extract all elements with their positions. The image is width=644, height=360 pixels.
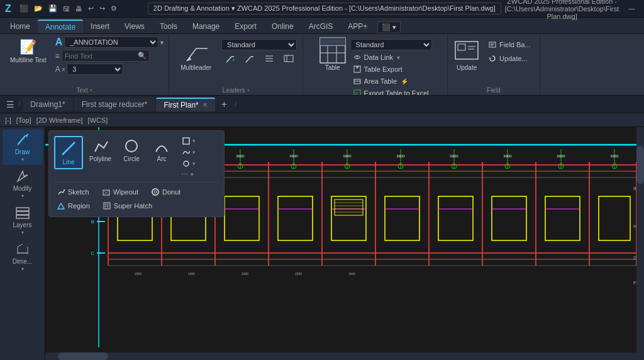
tab-export[interactable]: Export — [227, 20, 264, 33]
svg-line-6 — [246, 57, 251, 62]
settings-icon[interactable]: ⚙ — [109, 4, 119, 13]
maximize-button[interactable]: □ — [641, 3, 644, 15]
workspace-dropdown[interactable]: ⬛ ▾ — [377, 21, 401, 33]
close-first-plan-tab[interactable]: ✕ — [203, 101, 208, 108]
h-scroll-thumb[interactable] — [58, 352, 108, 360]
rect-dropdown[interactable]: ▾ — [179, 136, 198, 146]
canvas-area[interactable]: 3900 3900 3600 3900 3900 3600 3900 3900 … — [45, 127, 644, 360]
table-export-button[interactable]: Table Export — [350, 64, 432, 74]
tab-insert[interactable]: Insert — [83, 20, 117, 33]
open-icon[interactable]: 📂 — [32, 4, 45, 13]
table-button[interactable]: Table — [319, 37, 347, 71]
export-excel-icon: E — [353, 89, 362, 96]
leader-style-dropdown[interactable]: Standard — [221, 39, 297, 50]
tab-first-stage[interactable]: First stage reducer* — [74, 98, 155, 111]
new-file-icon[interactable]: ⬛ — [18, 4, 30, 13]
wipeout-button[interactable]: Wipeout — [99, 186, 141, 198]
annotation-style-dropdown[interactable]: _ANNOTATION — [64, 37, 158, 48]
vertical-scrollbar[interactable] — [636, 127, 644, 352]
svg-point-132 — [126, 140, 137, 152]
viewport-nav[interactable]: [-] — [5, 116, 11, 124]
tab-home[interactable]: Home — [3, 20, 38, 33]
add-leader-btn[interactable]: + — [221, 52, 239, 65]
viewport-view[interactable]: [Top] — [16, 116, 31, 124]
circle2-dropdown[interactable]: ▾ — [179, 159, 198, 169]
viewport-cs[interactable]: [WCS] — [88, 116, 108, 124]
svg-text:3900: 3900 — [610, 154, 619, 158]
update-button[interactable]: Update... — [484, 53, 535, 64]
save-as-icon[interactable]: 🖫 — [61, 4, 72, 13]
v-scroll-thumb[interactable] — [636, 146, 644, 184]
minimize-button[interactable]: — — [623, 3, 640, 15]
search-icon[interactable]: 🔍 — [138, 52, 147, 60]
toolbar-dime[interactable]: Dime... ▾ — [3, 239, 43, 274]
leaders-group-expand[interactable]: ▾ — [247, 87, 250, 93]
tab-views[interactable]: Views — [117, 20, 152, 33]
area-table-expand[interactable]: ⚡ — [401, 78, 408, 85]
superhatch-button[interactable]: Super Hatch — [100, 200, 155, 211]
field-ba-button[interactable]: Field Ba... — [484, 39, 535, 50]
save-icon[interactable]: 💾 — [47, 4, 59, 13]
find-text-input[interactable]: 🔍 — [62, 50, 150, 62]
field-group: Update Field Ba... Update... Field — [448, 34, 540, 95]
tab-annotate[interactable]: Annotate — [38, 20, 83, 33]
app-mode-dropdown[interactable]: 2D Drafting & Annotation ▾ ZWCAD 2025 Pr… — [148, 3, 501, 14]
superhatch-icon — [103, 201, 111, 210]
redo-icon[interactable]: ↪ — [97, 4, 107, 13]
circle-draw-icon — [123, 138, 140, 154]
tables-group: Table Standard Data Link ▾ Table Export — [303, 34, 448, 95]
undo-icon[interactable]: ↩ — [86, 4, 96, 13]
tab-app-plus[interactable]: APP+ — [340, 20, 375, 33]
print-icon[interactable]: 🖶 — [74, 4, 84, 13]
export-excel-button[interactable]: E Export Table to Excel — [350, 88, 432, 96]
annotation-dropdown-arrow[interactable]: ▾ — [160, 39, 164, 46]
multiline-text-button[interactable]: 📝 Multiline Text — [5, 37, 52, 66]
app-logo: Z — [5, 3, 11, 14]
titlebar: Z ⬛ 📂 💾 🖫 🖶 ↩ ↪ ⚙ 2D Drafting & Annotati… — [0, 0, 644, 18]
svg-text:3600: 3600 — [236, 154, 245, 158]
dots-dropdown[interactable]: ··· ▾ — [179, 170, 198, 178]
tab-tools[interactable]: Tools — [152, 20, 185, 33]
svg-text:1900: 1900 — [135, 272, 142, 276]
text-group: 📝 Multiline Text A _ANNOTATION ▾ ≡ — [0, 34, 169, 95]
tab-drawing1[interactable]: Drawing1* — [23, 98, 72, 111]
document-tabs: ☰ / Drawing1* First stage reducer* First… — [0, 96, 644, 113]
data-link-button[interactable]: Data Link ▾ — [350, 52, 432, 62]
region-button[interactable]: Region — [54, 200, 92, 211]
area-table-button[interactable]: Area Table ⚡ — [350, 76, 432, 86]
line-tool-active[interactable]: Line — [54, 136, 83, 169]
text-a-icon: A — [55, 37, 63, 48]
sketch-button[interactable]: Sketch — [54, 186, 92, 198]
arc-tool[interactable]: Arc — [148, 136, 175, 164]
donut-button[interactable]: Donut — [148, 186, 183, 198]
polyline-tool[interactable]: Polyline — [86, 136, 115, 164]
circle-tool[interactable]: Circle — [118, 136, 145, 164]
field-button[interactable]: Update — [453, 37, 480, 71]
text-size-dropdown[interactable]: 3 — [67, 64, 123, 75]
horizontal-scrollbar[interactable] — [45, 352, 636, 360]
align-leader-btn[interactable] — [260, 52, 278, 65]
svg-text:3900: 3900 — [503, 154, 512, 158]
table-style-dropdown[interactable]: Standard — [350, 39, 432, 50]
polyline-icon — [92, 138, 109, 154]
tab-first-plan[interactable]: First Plan* ✕ — [156, 98, 214, 111]
collect-leader-btn[interactable] — [280, 52, 297, 65]
viewport-mode[interactable]: [2D Wireframe] — [36, 116, 83, 124]
toolbar-draw[interactable]: Draw ▾ — [3, 130, 43, 165]
svg-line-41 — [18, 244, 23, 247]
svg-marker-2 — [187, 57, 191, 61]
new-tab-button[interactable]: + — [216, 96, 232, 113]
text-group-expand[interactable]: ▾ — [90, 87, 92, 93]
wave-dropdown[interactable]: ▾ — [179, 147, 198, 157]
window-controls: — □ ✕ — [623, 3, 644, 15]
tab-online[interactable]: Online — [264, 20, 301, 33]
nav-menu-icon[interactable]: ☰ — [3, 97, 18, 112]
tab-arcgis[interactable]: ArcGIS — [301, 20, 341, 33]
tab-manage[interactable]: Manage — [185, 20, 227, 33]
remove-leader-btn[interactable]: - — [241, 52, 258, 65]
multileader-button[interactable]: Multileader — [174, 37, 218, 74]
toolbar-layers[interactable]: Layers ▾ — [3, 203, 43, 238]
find-text-field[interactable] — [65, 52, 136, 60]
toolbar-modify[interactable]: Modify ▾ — [3, 166, 43, 201]
svg-text:1900: 1900 — [348, 272, 355, 276]
